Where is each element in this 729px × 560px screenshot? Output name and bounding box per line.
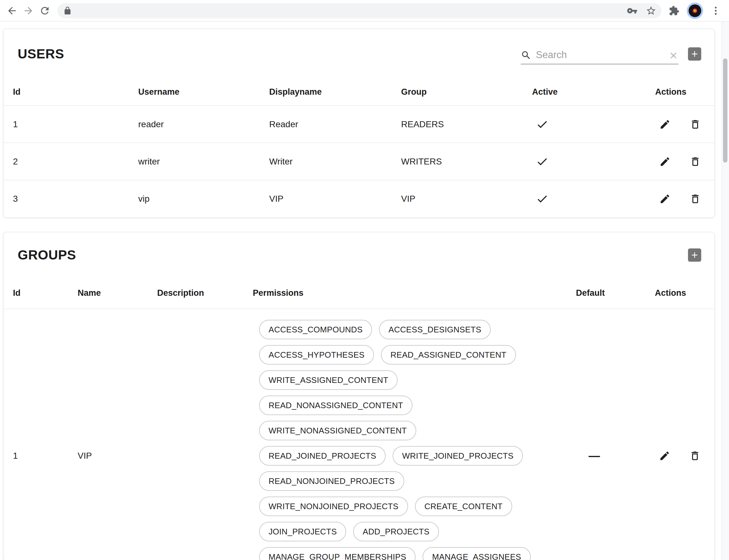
user-active-indicator [532,155,655,168]
permission-chip: WRITE_JOINED_PROJECTS [392,446,523,466]
lock-icon[interactable] [63,6,72,15]
trash-icon [689,450,701,462]
user-username: reader [138,119,269,129]
user-row: 2 writer Writer WRITERS [3,143,714,180]
profile-avatar[interactable] [687,3,703,19]
group-row: 1 VIP ACCESS_COMPOUNDSACCESS_DESIGNSETSA… [3,309,714,560]
user-username: vip [138,194,269,204]
permission-chip: ACCESS_COMPOUNDS [259,320,372,339]
user-actions [655,156,714,168]
permission-chip: ACCESS_DESIGNSETS [379,320,491,339]
permission-chip: ADD_PROJECTS [353,522,439,541]
pencil-icon [659,156,671,167]
pencil-icon [659,193,671,205]
users-col-displayname: Displayname [269,87,401,97]
permission-chip: WRITE_ASSIGNED_CONTENT [259,370,397,390]
forward-button[interactable] [20,3,37,19]
user-group: READERS [401,119,532,129]
pencil-icon [659,450,670,462]
user-active-indicator [532,193,655,205]
group-default: — [576,449,655,462]
three-dots-icon [710,5,721,16]
group-permissions: ACCESS_COMPOUNDSACCESS_DESIGNSETSACCESS_… [253,309,537,560]
clear-search-icon[interactable] [668,51,678,61]
trash-icon [690,193,701,205]
toolbar-right-cluster [666,3,724,19]
permission-chip: READ_JOINED_PROJECTS [259,446,385,466]
delete-user-button[interactable] [689,193,701,205]
user-id: 2 [13,157,138,167]
scrollbar-thumb[interactable] [723,58,727,163]
permission-chip: ACCESS_HYPOTHESES [259,345,374,365]
puzzle-icon [669,5,679,16]
users-col-id: Id [13,87,138,97]
permission-chip: READ_NONASSIGNED_CONTENT [259,396,412,415]
check-icon [536,118,548,131]
forward-arrow-icon [23,5,34,16]
delete-user-button[interactable] [689,118,701,130]
reload-button[interactable] [37,3,53,19]
users-col-actions: Actions [655,87,714,97]
permission-chip: WRITE_NONJOINED_PROJECTS [259,497,408,516]
page-scrollbar[interactable] [721,21,729,560]
password-key-icon[interactable] [627,5,637,16]
user-group: WRITERS [401,157,532,167]
delete-group-button[interactable] [689,450,701,462]
groups-col-name: Name [78,288,157,298]
bookmark-star-icon[interactable] [646,5,656,16]
user-row: 3 vip VIP VIP [3,180,714,217]
permission-chip: MANAGE_GROUP_MEMBERSHIPS [259,547,415,560]
groups-col-description: Description [157,288,253,298]
users-col-username: Username [138,87,269,97]
trash-icon [690,156,701,167]
groups-col-default: Default [576,288,655,298]
edit-group-button[interactable] [659,450,671,462]
delete-user-button[interactable] [689,156,701,168]
groups-col-permissions: Permissions [253,288,576,298]
permission-chip: WRITE_NONASSIGNED_CONTENT [259,421,416,440]
avatar-disc [689,4,701,17]
user-displayname: Reader [269,119,401,129]
back-arrow-icon [6,5,18,16]
group-id: 1 [13,451,78,461]
plus-icon [690,49,699,59]
groups-col-actions: Actions [655,288,714,298]
users-section: USERS Id Username Displayname Group [3,29,715,218]
address-bar[interactable] [57,3,661,18]
add-user-button[interactable] [688,47,701,61]
user-displayname: Writer [269,157,401,167]
permission-chip: JOIN_PROJECTS [259,522,346,541]
browser-menu-button[interactable] [708,3,724,19]
permission-chip: READ_NONJOINED_PROJECTS [259,471,404,491]
users-table-body: 1 reader Reader READERS 2 writer Writer … [3,106,714,217]
search-input[interactable] [536,49,664,61]
users-col-active: Active [532,87,655,97]
groups-col-id: Id [13,288,78,298]
user-displayname: VIP [269,194,401,204]
check-icon [536,193,548,205]
user-actions [655,193,714,205]
back-button[interactable] [4,3,20,19]
check-icon [536,155,548,168]
browser-window: USERS Id Username Displayname Group [0,0,729,560]
admin-page: USERS Id Username Displayname Group [0,21,721,560]
add-group-button[interactable] [688,248,701,262]
edit-user-button[interactable] [659,193,671,205]
user-actions [655,118,714,130]
group-actions [655,450,714,462]
edit-user-button[interactable] [659,118,671,130]
users-title: USERS [18,46,64,62]
reload-icon [39,5,51,16]
default-dash: — [589,449,600,462]
permission-chip: CREATE_CONTENT [415,497,512,516]
groups-title: GROUPS [18,247,76,263]
users-table-header: Id Username Displayname Group Active Act… [3,79,714,106]
user-username: writer [138,157,269,167]
group-name: VIP [78,451,157,461]
user-id: 1 [13,119,138,129]
groups-section: GROUPS Id Name Description Permissions D… [3,232,715,560]
users-search [521,44,678,64]
extensions-button[interactable] [666,3,682,19]
user-group: VIP [401,194,532,204]
edit-user-button[interactable] [659,156,671,168]
